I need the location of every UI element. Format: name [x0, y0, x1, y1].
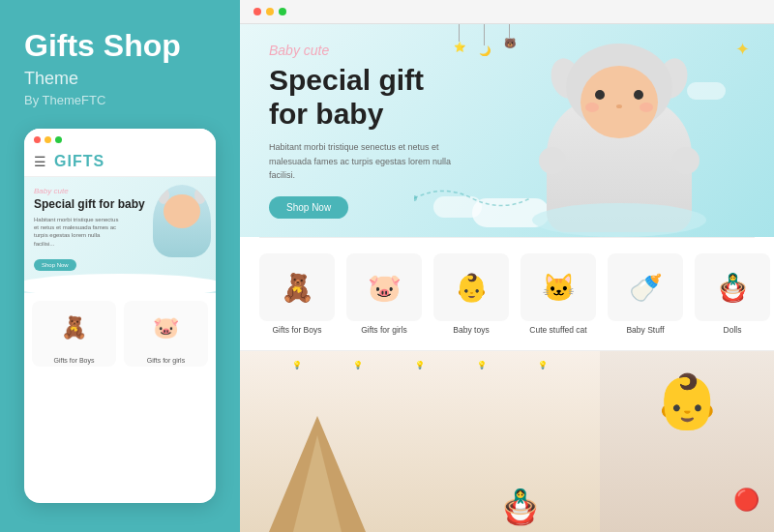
baby-face-emoji: 👶 [654, 370, 721, 433]
list-item[interactable]: 🐱 Cute stuffed cat [521, 253, 596, 335]
desktop-baby-figure [518, 29, 721, 232]
left-panel: Gifts Shop Theme By ThemeFTC ☰ GIFTS Bab… [0, 0, 240, 532]
mobile-hero-desc: Habitant morbi tristique senectus et net… [34, 216, 121, 249]
mobile-shop-now-button[interactable]: Shop Now [34, 259, 76, 271]
baby-cheek-left [585, 103, 599, 112]
desktop-browser-topbar [240, 0, 774, 24]
mobile-browser-topbar [24, 129, 216, 147]
product-image: 🐱 [521, 253, 596, 321]
mobile-dot-yellow [45, 136, 51, 143]
mobile-cloud-bottom [24, 274, 216, 293]
mobile-mockup: ☰ GIFTS Baby cute Special gift for baby … [24, 129, 216, 503]
desktop-products-grid: 🧸 Gifts for Boys 🐷 Gifts for girls 👶 Bab… [259, 253, 755, 335]
product-image: 👶 [433, 253, 509, 321]
desktop-hero-content: Baby cute Special gift for baby Habitant… [240, 24, 491, 237]
brand-author: By ThemeFTC [24, 93, 216, 107]
mobile-product-label: Gifts for girls [124, 354, 208, 367]
mobile-products: 🧸 Gifts for Boys 🐷 Gifts for girls [24, 293, 216, 374]
product-image: 🪆 [695, 253, 770, 321]
baby-close-up: 👶 🔴 [600, 351, 774, 532]
desktop-products-section: 🧸 Gifts for Boys 🐷 Gifts for girls 👶 Bab… [240, 238, 774, 350]
mobile-baby-figure [153, 185, 211, 257]
desktop-bottom-banner: 🪆 💡 💡 💡 💡 💡 👶 🔴 [240, 350, 774, 532]
room-scene: 🪆 💡 💡 💡 💡 💡 [240, 351, 600, 532]
brand-subtitle: Theme [24, 69, 216, 89]
product-name: Gifts for girls [361, 325, 407, 335]
bottom-banner-right: 👶 🔴 [600, 351, 774, 532]
product-name: Dolls [724, 325, 742, 335]
desktop-hero: ⭐ 🌙 🐻 ✦ Baby cute Special gift for baby [240, 24, 774, 237]
list-item[interactable]: 🧸 Gifts for Boys [32, 301, 116, 367]
desktop-dot-yellow [266, 8, 274, 15]
desktop-hero-desc: Habitant morbi tristique senectus et net… [269, 140, 462, 182]
baby-cheek-right [640, 103, 653, 112]
baby-face [580, 66, 658, 138]
doll-figure: 🪆 [499, 488, 542, 527]
brand-title: Gifts Shop [24, 29, 216, 63]
baby-nose [616, 104, 622, 108]
hamburger-icon[interactable]: ☰ [34, 154, 46, 169]
baby-eye-right [634, 90, 643, 100]
list-item[interactable]: 🧸 Gifts for Boys [259, 253, 335, 335]
desktop-hero-title: Special gift for baby [269, 64, 462, 131]
mobile-header: ☰ GIFTS [24, 147, 216, 177]
mobile-dot-red [34, 136, 41, 143]
baby-cloud-base [532, 203, 706, 237]
desktop-shop-now-button[interactable]: Shop Now [269, 196, 348, 219]
list-item[interactable]: 🪆 Dolls [695, 253, 770, 335]
fairy-lights: 💡 💡 💡 💡 💡 [240, 361, 600, 369]
list-item[interactable]: 👶 Baby toys [433, 253, 509, 335]
mobile-product-label: Gifts for Boys [32, 354, 116, 367]
product-image: 🧸 [259, 253, 335, 321]
list-item[interactable]: 🐷 Gifts for girls [346, 253, 422, 335]
product-image: 🍼 [608, 253, 683, 321]
right-panel: ⭐ 🌙 🐻 ✦ Baby cute Special gift for baby [240, 0, 774, 532]
list-item[interactable]: 🍼 Baby Stuff [608, 253, 683, 335]
baby-eye-left [595, 90, 605, 100]
product-image: 🐷 [346, 253, 422, 321]
baby-paw-left [539, 147, 566, 174]
mobile-product-image: 🧸 [32, 301, 116, 354]
toy-ring: 🔴 [733, 488, 759, 513]
baby-paw-right [672, 147, 700, 174]
mobile-baby-face [164, 194, 200, 228]
product-name: Baby Stuff [626, 325, 664, 335]
product-name: Baby toys [453, 325, 489, 335]
desktop-dot-green [279, 8, 286, 15]
mobile-hero: Baby cute Special gift for baby Habitant… [24, 177, 216, 293]
mobile-logo: GIFTS [54, 153, 104, 170]
bottom-banner-left: 🪆 💡 💡 💡 💡 💡 [240, 351, 600, 532]
product-name: Gifts for Boys [272, 325, 321, 335]
desktop-dot-red [253, 8, 261, 15]
mobile-dot-green [55, 136, 62, 143]
product-name: Cute stuffed cat [529, 325, 586, 335]
mobile-product-image: 🐷 [124, 301, 208, 354]
desktop-hero-tag: Baby cute [269, 43, 462, 58]
list-item[interactable]: 🐷 Gifts for girls [124, 301, 208, 367]
